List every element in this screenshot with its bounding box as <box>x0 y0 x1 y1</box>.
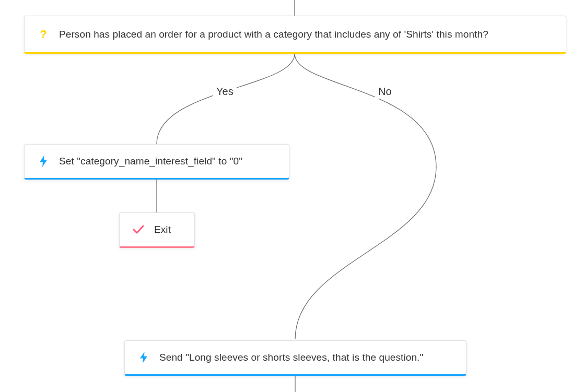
lightning-bolt-icon <box>37 156 50 167</box>
action-set-node[interactable]: Set "category_name_interest_field" to "0… <box>24 144 289 180</box>
exit-node[interactable]: Exit <box>119 212 195 248</box>
lightning-bolt-icon <box>137 352 150 363</box>
branch-label-yes: Yes <box>213 85 237 99</box>
connectors-svg <box>0 0 583 392</box>
action-set-text: Set "category_name_interest_field" to "0… <box>59 156 242 167</box>
check-mark-icon <box>132 225 145 234</box>
flow-diagram-canvas: ? Person has placed an order for a produ… <box>0 0 583 392</box>
condition-node[interactable]: ? Person has placed an order for a produ… <box>24 16 566 54</box>
action-send-text: Send "Long sleeves or shorts sleeves, th… <box>159 352 423 363</box>
question-mark-icon: ? <box>37 28 50 41</box>
action-send-node[interactable]: Send "Long sleeves or shorts sleeves, th… <box>124 340 467 376</box>
exit-text: Exit <box>154 224 171 235</box>
branch-label-no: No <box>375 85 395 99</box>
condition-text: Person has placed an order for a product… <box>59 29 488 40</box>
